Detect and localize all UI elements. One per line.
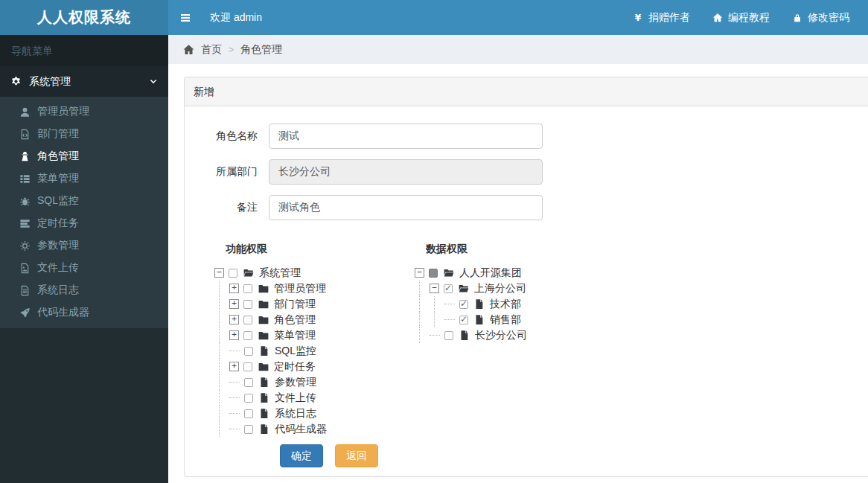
tree-node-slots: + bbox=[214, 281, 239, 296]
tree-node-label[interactable]: 菜单管理 bbox=[274, 329, 316, 342]
tree-checkbox[interactable] bbox=[243, 331, 252, 340]
confirm-button[interactable]: 确定 bbox=[280, 444, 323, 467]
navbar: 欢迎 admin 捐赠作者 编程教程 修改密码 bbox=[168, 0, 868, 35]
tree-node-slots bbox=[415, 296, 455, 312]
tree-node-label[interactable]: 系统管理 bbox=[259, 266, 301, 280]
sun-icon bbox=[19, 240, 31, 252]
expand-toggle[interactable]: + bbox=[229, 315, 239, 324]
sidebar-item-label: 代码生成器 bbox=[37, 306, 89, 319]
tree-node: − 上海分公司 bbox=[415, 281, 527, 296]
tree-node-label[interactable]: 系统日志 bbox=[275, 407, 316, 420]
tree-node-label[interactable]: 管理员管理 bbox=[274, 282, 326, 295]
sidebar-item[interactable]: 部门管理 bbox=[0, 123, 168, 145]
form-row: 所属部门 bbox=[185, 159, 868, 185]
back-button[interactable]: 返回 bbox=[335, 444, 378, 467]
tree-node-label[interactable]: 上海分公司 bbox=[474, 282, 526, 295]
panel-body: 角色名称 所属部门 备注 功能权限 − 系统管理 + 管理员管理 + 部门管理 … bbox=[185, 106, 868, 467]
tree-checkbox[interactable] bbox=[244, 425, 253, 434]
yen-icon bbox=[633, 13, 643, 23]
tree-node-slots bbox=[214, 374, 240, 390]
sidebar-toggle-button[interactable] bbox=[168, 0, 202, 35]
new-role-panel: 新增 角色名称 所属部门 备注 功能权限 − 系统管理 + 管理员管理 + 部门… bbox=[184, 77, 868, 477]
tree-checkbox[interactable] bbox=[459, 300, 468, 309]
collapse-toggle[interactable]: − bbox=[415, 268, 424, 278]
collapse-toggle[interactable]: − bbox=[430, 284, 439, 293]
file-icon bbox=[258, 345, 270, 356]
tree-node-label[interactable]: 定时任务 bbox=[274, 360, 316, 374]
tree-node: + 部门管理 bbox=[214, 296, 415, 312]
tree-checkbox[interactable] bbox=[444, 284, 453, 293]
tree-node-label[interactable]: 角色管理 bbox=[274, 313, 316, 327]
tree-node-label[interactable]: 部门管理 bbox=[274, 298, 316, 311]
sidebar-item-label: 菜单管理 bbox=[37, 172, 79, 185]
top-bar: 人人权限系统 欢迎 admin 捐赠作者 编程教程 修改密码 bbox=[0, 0, 868, 35]
form-input bbox=[269, 159, 543, 185]
tree-checkbox[interactable] bbox=[429, 269, 438, 278]
tree-node-label[interactable]: 代码生成器 bbox=[275, 423, 327, 436]
tree-checkbox[interactable] bbox=[244, 347, 253, 356]
sidebar-item[interactable]: 定时任务 bbox=[0, 212, 168, 234]
navbar-link[interactable]: 捐赠作者 bbox=[622, 0, 701, 35]
sidebar-item-label: 参数管理 bbox=[37, 239, 79, 252]
navbar-link[interactable]: 修改密码 bbox=[781, 0, 861, 35]
tree-indent-guide bbox=[214, 296, 229, 312]
sidebar-item[interactable]: 菜单管理 bbox=[0, 167, 168, 190]
rocket-icon bbox=[19, 307, 31, 319]
collapse-toggle[interactable]: − bbox=[214, 268, 224, 278]
tree-node-label[interactable]: 文件上传 bbox=[275, 391, 316, 405]
sidebar-item[interactable]: 角色管理 bbox=[0, 145, 168, 167]
tree-checkbox[interactable] bbox=[243, 300, 252, 309]
permission-trees: 功能权限 − 系统管理 + 管理员管理 + 部门管理 + 角色管理 + 菜单管理… bbox=[185, 243, 868, 437]
user-secret-icon bbox=[19, 151, 31, 162]
expand-toggle[interactable]: + bbox=[229, 284, 239, 293]
sidebar-item[interactable]: 文件上传 bbox=[0, 257, 168, 279]
form-row: 角色名称 bbox=[185, 124, 868, 149]
sidebar-root-label: 系统管理 bbox=[29, 75, 71, 89]
tree-node-label[interactable]: SQL监控 bbox=[275, 345, 316, 358]
tree-node-label[interactable]: 销售部 bbox=[490, 313, 521, 327]
tree-checkbox[interactable] bbox=[244, 378, 253, 387]
sidebar-item-label: 文件上传 bbox=[37, 261, 79, 275]
sidebar-item[interactable]: 管理员管理 bbox=[0, 100, 168, 123]
sidebar-item[interactable]: SQL监控 bbox=[0, 190, 168, 212]
folder-open-icon bbox=[458, 283, 470, 294]
form-input[interactable] bbox=[269, 195, 543, 220]
tree-node-label[interactable]: 人人开源集团 bbox=[459, 266, 522, 280]
expand-toggle[interactable]: + bbox=[229, 362, 239, 371]
sidebar-item[interactable]: 系统日志 bbox=[0, 279, 168, 301]
navbar-link[interactable]: 编程教程 bbox=[701, 0, 781, 35]
sidebar-item-system-management[interactable]: 系统管理 bbox=[0, 66, 168, 97]
breadcrumb-home-link[interactable]: 首页 bbox=[182, 43, 222, 57]
sidebar-item[interactable]: 代码生成器 bbox=[0, 301, 168, 324]
function-permission-tree: − 系统管理 + 管理员管理 + 部门管理 + 角色管理 + 菜单管理 SQL监… bbox=[214, 265, 415, 437]
tree-indent-guide bbox=[415, 312, 430, 327]
user-icon bbox=[19, 106, 31, 118]
expand-toggle[interactable]: + bbox=[229, 330, 239, 340]
expand-toggle[interactable]: + bbox=[229, 299, 239, 309]
breadcrumb-separator: > bbox=[229, 45, 234, 55]
sidebar-item[interactable]: 参数管理 bbox=[0, 234, 168, 257]
tree-checkbox[interactable] bbox=[243, 362, 252, 371]
tree-indent-guide bbox=[415, 327, 430, 343]
form-label: 角色名称 bbox=[185, 129, 269, 143]
tree-node-label[interactable]: 技术部 bbox=[490, 298, 521, 311]
tree-checkbox[interactable] bbox=[244, 409, 253, 418]
data-permission-title: 数据权限 bbox=[426, 243, 527, 256]
tree-node-label[interactable]: 参数管理 bbox=[275, 376, 316, 389]
navbar-link-label: 捐赠作者 bbox=[648, 11, 690, 25]
tree-checkbox[interactable] bbox=[243, 284, 252, 293]
tree-connector-line bbox=[430, 335, 440, 336]
tree-checkbox[interactable] bbox=[444, 331, 453, 340]
form-input[interactable] bbox=[269, 124, 543, 149]
tree-checkbox[interactable] bbox=[229, 269, 237, 278]
tree-node-label[interactable]: 长沙分公司 bbox=[475, 329, 527, 342]
tree-node: − 系统管理 bbox=[214, 265, 415, 281]
tree-checkbox[interactable] bbox=[459, 316, 468, 324]
tree-node: + 管理员管理 bbox=[214, 281, 415, 296]
tree-node: + 角色管理 bbox=[214, 312, 415, 327]
tree-checkbox[interactable] bbox=[243, 316, 252, 324]
tree-indent-guide bbox=[214, 390, 229, 406]
bars-icon bbox=[179, 12, 191, 24]
tree-node: + 菜单管理 bbox=[214, 327, 415, 343]
tree-checkbox[interactable] bbox=[244, 394, 253, 403]
